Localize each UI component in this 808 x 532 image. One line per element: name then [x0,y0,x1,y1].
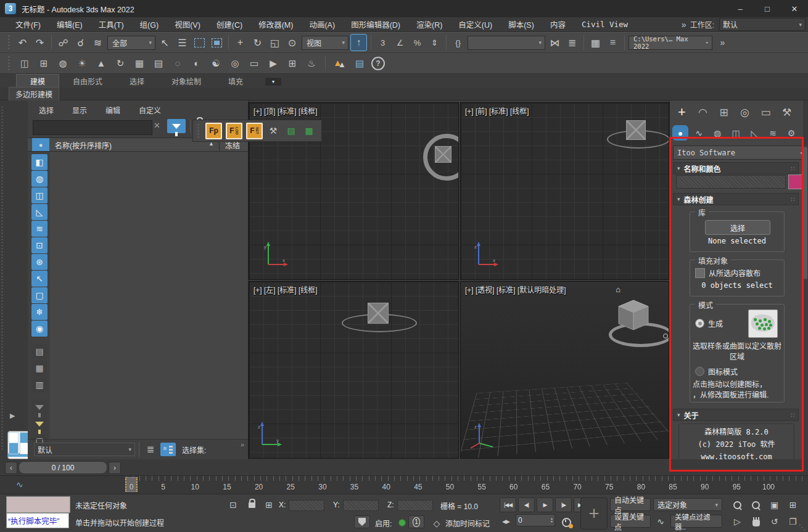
menu-item[interactable]: 内容 [542,18,574,30]
listener-macro-field[interactable] [6,496,70,513]
menu-item[interactable]: 编辑(E) [49,18,91,30]
track-bar[interactable]: ∿ 05101520253035404550556065707580859095… [0,475,808,494]
select-by-name-button[interactable]: ☰ [175,35,190,51]
display-bones-icon[interactable]: ↖ [31,271,47,287]
light-analysis-icon[interactable]: ◎ [228,56,242,71]
align-button[interactable]: ≣ [564,35,580,51]
menu-item[interactable]: 渲染(R) [408,18,450,30]
icon-mode-radio[interactable] [695,367,704,376]
listener-output-field[interactable]: “执行脚本完毕” [6,513,69,528]
set-key-button[interactable]: 设置关键点 [610,515,651,528]
spinner-snap-button[interactable]: ⇕ [427,35,442,51]
panel-scrollbar[interactable] [804,145,807,471]
select-and-place-button[interactable]: ⊙ [284,35,300,51]
percent-snap-button[interactable]: % [410,35,425,51]
box-object[interactable] [368,303,389,324]
z-coordinate-field[interactable] [397,500,433,511]
undo-button[interactable]: ↶ [15,35,30,51]
toolbar-overflow-icon[interactable]: » [714,35,730,51]
workspace-dropdown[interactable]: 默认 ▾ [719,18,806,31]
mirror-button[interactable]: ⋈ [547,35,563,51]
hierarchy-tab[interactable]: ⊞ [714,103,733,121]
modify-tab[interactable]: ◠ [693,103,712,121]
auto-key-button[interactable]: 自动关键点 [610,498,651,511]
display-xrefs-icon[interactable]: ⊛ [31,254,47,270]
next-frame-button[interactable]: |▶ [555,497,572,512]
menu-item[interactable]: 创建(C) [208,18,250,30]
sort-by-hierarchy-icon[interactable]: ▤ [31,343,47,359]
viewport-left-label[interactable]: [+] [左] [标准] [线框] [254,284,318,295]
sort-by-layer-icon[interactable]: ▦ [31,360,47,376]
explorer-menu-item[interactable]: 编辑 [105,105,120,115]
box-object[interactable] [626,120,646,140]
bind-to-spacewarp-button[interactable]: ≋ [90,35,105,51]
minimize-button[interactable]: – [727,0,754,17]
unlink-selection-button[interactable]: ☌ [73,35,88,51]
time-configuration-icon[interactable] [559,515,574,529]
maxscript-mini-listener[interactable]: “执行脚本完毕” [6,496,70,530]
display-groups-icon[interactable]: ⊡ [31,237,47,253]
menu-item[interactable]: 自定义(U) [450,18,500,30]
forest-lod-button[interactable]: FLOD [226,123,242,139]
viewport-perspective-label[interactable]: [+] [透视] [标准] [默认明暗处理] [465,284,566,295]
viewport-perspective[interactable]: [+] [透视] [标准] [默认明暗处理] ⌂ z [460,281,669,459]
explorer-menu-item[interactable]: 自定义 [139,105,161,115]
current-frame-field[interactable]: 0 ▴▾ [516,514,555,526]
resize-grip[interactable]: ⋱ [799,523,806,531]
box-object[interactable] [616,298,652,336]
object-color-swatch[interactable] [788,174,803,189]
spin-down-icon[interactable]: ▾ [551,520,553,523]
project-folder-dropdown[interactable]: C:\Users\… Max 2022 ▾ [629,36,712,50]
ribbon-tab-2[interactable]: 自由形式 [59,75,116,88]
menu-item[interactable]: 动画(A) [301,18,343,30]
display-spacewarps-icon[interactable]: ≋ [31,221,47,237]
name-column-header[interactable]: 名称(按升序排序) [55,140,112,150]
forest-set-button[interactable]: FSET [246,123,263,139]
display-lights-icon[interactable]: ◍ [31,171,47,187]
use-pivot-center-button[interactable]: ↑ [350,34,367,51]
play-button[interactable]: ▶ [537,497,553,512]
library-select-button[interactable]: 选择 [705,220,770,235]
systems-category[interactable]: ⚙ [783,125,799,141]
select-and-move-button[interactable]: + [233,35,248,51]
polygon-modeling-panel-tab[interactable]: 多边形建模 [9,87,59,100]
render-preset-icon[interactable]: ▤ [151,56,166,71]
display-toggle-column-icon[interactable]: ● [32,138,49,151]
icon-mode-radio-label[interactable]: 图标模式 [708,366,738,377]
scrollbar-thumb[interactable] [804,147,807,279]
select-and-link-button[interactable]: ☍ [56,35,71,51]
explorer-filter-button[interactable] [167,119,186,133]
rendered-frame-icon[interactable]: ▦ [132,56,147,71]
shapes-category[interactable]: ∿ [691,125,707,141]
object-name-input[interactable] [676,175,786,189]
menu-item[interactable]: 工具(T) [91,18,132,30]
forest-list-icon[interactable]: ▤ [284,123,299,138]
explorer-menu-item[interactable]: 选择 [39,105,54,115]
toggle-scene-explorer-button[interactable]: ▦ [588,35,603,51]
name-color-rollout-header[interactable]: ▾名称和颜色 ∷ [673,162,799,174]
home-icon[interactable]: ⌂ [616,285,620,294]
window-crossing-toggle[interactable] [209,35,225,51]
go-to-start-button[interactable]: |◀◀ [500,497,516,512]
spacewarps-category[interactable]: ≋ [765,125,781,141]
forest-library-grid-icon[interactable]: ▦ [302,123,316,138]
edit-named-selection-sets-button[interactable]: {} [450,35,466,51]
angle-snap-button[interactable]: ∠ [392,35,408,51]
menu-item[interactable]: 视图(V) [167,18,208,30]
display-tab[interactable]: ▭ [756,103,775,121]
object-category-dropdown[interactable]: Itoo Software ▾ [673,145,807,160]
camera-icon[interactable]: ◫ [17,56,32,71]
generate-radio[interactable] [695,319,704,328]
display-hidden-icon[interactable]: ◉ [31,321,47,337]
light-icon[interactable]: ◍ [56,56,70,71]
display-panel-icon[interactable]: ▭ [247,56,262,71]
orbit-icon[interactable]: ↺ [766,515,783,528]
select-object-button[interactable]: ↖ [157,35,173,51]
redo-button[interactable]: ↷ [32,35,47,51]
utilities-tab[interactable]: ⚒ [777,103,796,121]
ribbon-tab-4[interactable]: 对象绘制 [158,75,215,88]
dock-drag-handle[interactable] [1,105,4,451]
reference-coordinate-dropdown[interactable]: 视图 ▾ [302,36,348,50]
toggle-layer-explorer-button[interactable]: ≡ [605,35,620,51]
helpers-category[interactable]: ◺ [746,125,762,141]
